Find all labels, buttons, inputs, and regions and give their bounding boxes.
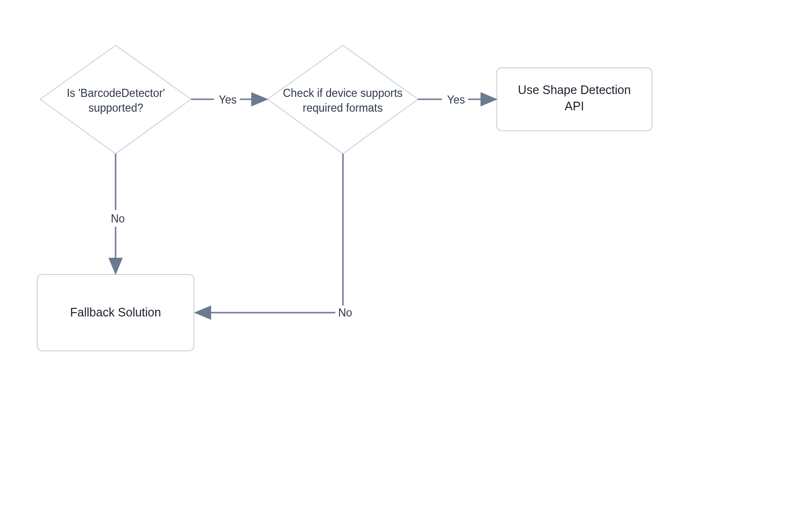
edge-label-d2-no: No [335,305,355,320]
edge-label-d2-yes: Yes [444,93,468,107]
diagram-svg [0,0,812,505]
text-line: Use Shape Detection [518,83,630,96]
edge-label-d1-no: No [108,211,128,226]
decision-barcode-detector-label: Is 'BarcodeDetector' supported? [57,86,174,116]
text-line: required formats [303,102,383,114]
edge-label-d1-yes: Yes [216,93,240,107]
text-line: Is 'BarcodeDetector' [67,87,165,99]
process-shape-detection-api-label: Use Shape Detection API [506,82,642,115]
process-fallback-solution-label: Fallback Solution [47,305,184,321]
text-line: API [565,99,584,113]
text-line: supported? [88,102,143,114]
flowchart-diagram: Is 'BarcodeDetector' supported? Check if… [0,0,812,505]
text-line: Check if device supports [283,87,403,99]
text-line: Fallback Solution [70,305,161,321]
decision-device-supports-label: Check if device supports required format… [277,86,408,116]
